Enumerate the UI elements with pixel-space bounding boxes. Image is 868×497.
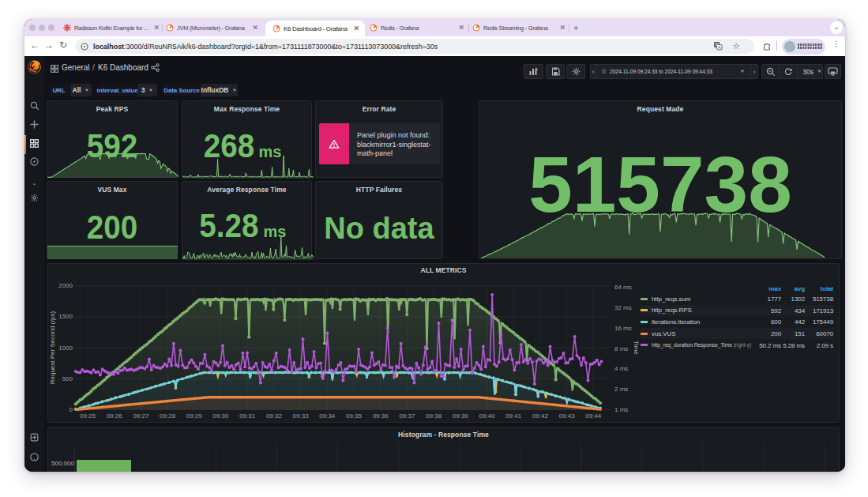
svg-text:09:28: 09:28: [160, 412, 176, 420]
svg-text:09:37: 09:37: [399, 412, 415, 420]
svg-text:2000: 2000: [58, 282, 73, 289]
svg-text:A: A: [718, 45, 721, 50]
svg-text:09:32: 09:32: [266, 412, 283, 420]
svg-text:09:40: 09:40: [479, 412, 495, 420]
svg-text:09:26: 09:26: [107, 412, 123, 420]
svg-text:64 ms: 64 ms: [614, 284, 632, 291]
svg-text:09:30: 09:30: [212, 412, 229, 420]
svg-text:09:25: 09:25: [80, 412, 96, 420]
svg-text:09:41: 09:41: [505, 412, 522, 420]
svg-text:Time: Time: [633, 341, 640, 355]
svg-text:32 ms: 32 ms: [614, 304, 632, 311]
svg-text:09:38: 09:38: [426, 412, 442, 420]
svg-text:1000: 1000: [58, 345, 73, 352]
svg-text:1500: 1500: [58, 313, 73, 320]
svg-text:09:31: 09:31: [239, 412, 256, 420]
svg-text:09:36: 09:36: [373, 412, 389, 420]
svg-text:09:39: 09:39: [453, 412, 469, 420]
svg-text:1 ms: 1 ms: [614, 406, 628, 413]
svg-text:09:33: 09:33: [293, 412, 310, 420]
svg-text:09:29: 09:29: [186, 412, 203, 420]
svg-text:09:34: 09:34: [319, 412, 336, 420]
svg-text:500: 500: [62, 375, 73, 382]
svg-text:09:42: 09:42: [532, 412, 549, 420]
svg-text:2 ms: 2 ms: [614, 386, 628, 393]
svg-text:Request Per Second (rps): Request Per Second (rps): [49, 311, 56, 384]
svg-text:09:44: 09:44: [585, 412, 602, 420]
svg-text:09:43: 09:43: [559, 412, 576, 420]
svg-text:16 ms: 16 ms: [614, 325, 632, 332]
svg-text:8 ms: 8 ms: [614, 345, 628, 352]
svg-text:09:35: 09:35: [346, 412, 363, 420]
svg-text:0: 0: [70, 406, 73, 413]
svg-text:09:27: 09:27: [133, 412, 149, 420]
svg-text:4 ms: 4 ms: [614, 365, 628, 372]
